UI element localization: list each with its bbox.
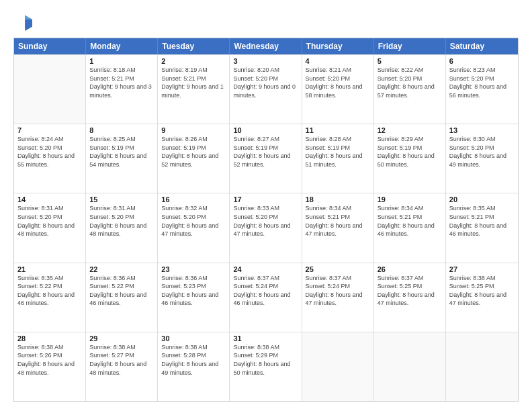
cell-info: Sunrise: 8:38 AM Sunset: 5:26 PM Dayligh… [17, 343, 82, 377]
calendar-cell: 22Sunrise: 8:36 AM Sunset: 5:22 PM Dayli… [86, 263, 158, 332]
calendar-cell: 23Sunrise: 8:36 AM Sunset: 5:23 PM Dayli… [158, 263, 230, 332]
cell-info: Sunrise: 8:33 AM Sunset: 5:20 PM Dayligh… [233, 204, 298, 238]
svg-marker-1 [25, 15, 32, 19]
cell-info: Sunrise: 8:38 AM Sunset: 5:25 PM Dayligh… [449, 274, 515, 308]
day-number: 16 [161, 195, 226, 203]
day-number: 29 [89, 334, 154, 342]
calendar-row-0: 1Sunrise: 8:18 AM Sunset: 5:21 PM Daylig… [14, 54, 518, 124]
cell-info: Sunrise: 8:36 AM Sunset: 5:22 PM Dayligh… [89, 274, 154, 308]
calendar-cell [374, 332, 446, 401]
cell-info: Sunrise: 8:29 AM Sunset: 5:19 PM Dayligh… [378, 135, 442, 169]
calendar-row-1: 7Sunrise: 8:24 AM Sunset: 5:20 PM Daylig… [14, 124, 518, 193]
day-number: 6 [449, 57, 515, 65]
day-number: 10 [233, 126, 298, 134]
page: SundayMondayTuesdayWednesdayThursdayFrid… [0, 0, 532, 411]
calendar-cell [14, 55, 86, 124]
calendar: SundayMondayTuesdayWednesdayThursdayFrid… [13, 38, 519, 402]
day-number: 9 [161, 126, 226, 134]
day-number: 21 [17, 265, 82, 273]
day-number: 12 [378, 126, 442, 134]
calendar-cell: 30Sunrise: 8:38 AM Sunset: 5:28 PM Dayli… [158, 332, 230, 401]
day-number: 13 [449, 126, 515, 134]
day-number: 23 [161, 265, 226, 273]
calendar-cell: 17Sunrise: 8:33 AM Sunset: 5:20 PM Dayli… [230, 193, 302, 262]
cell-info: Sunrise: 8:34 AM Sunset: 5:21 PM Dayligh… [378, 204, 442, 238]
calendar-cell: 27Sunrise: 8:38 AM Sunset: 5:25 PM Dayli… [446, 263, 518, 332]
day-number: 17 [233, 195, 298, 203]
cell-info: Sunrise: 8:36 AM Sunset: 5:23 PM Dayligh… [161, 274, 226, 308]
day-number: 2 [161, 57, 226, 65]
cell-info: Sunrise: 8:28 AM Sunset: 5:19 PM Dayligh… [306, 135, 370, 169]
logo-icon [13, 12, 32, 31]
day-number: 15 [89, 195, 154, 203]
calendar-cell: 18Sunrise: 8:34 AM Sunset: 5:21 PM Dayli… [302, 193, 374, 262]
calendar-cell: 9Sunrise: 8:26 AM Sunset: 5:19 PM Daylig… [158, 124, 230, 193]
cell-info: Sunrise: 8:37 AM Sunset: 5:24 PM Dayligh… [233, 274, 298, 308]
calendar-cell: 8Sunrise: 8:25 AM Sunset: 5:19 PM Daylig… [86, 124, 158, 193]
cell-info: Sunrise: 8:31 AM Sunset: 5:20 PM Dayligh… [89, 204, 154, 238]
day-number: 20 [449, 195, 515, 203]
header-day-sunday: Sunday [14, 38, 86, 54]
cell-info: Sunrise: 8:35 AM Sunset: 5:22 PM Dayligh… [17, 274, 82, 308]
calendar-cell: 14Sunrise: 8:31 AM Sunset: 5:20 PM Dayli… [14, 193, 86, 262]
cell-info: Sunrise: 8:37 AM Sunset: 5:24 PM Dayligh… [306, 274, 370, 308]
day-number: 26 [378, 265, 442, 273]
day-number: 7 [17, 126, 82, 134]
calendar-cell: 5Sunrise: 8:22 AM Sunset: 5:20 PM Daylig… [374, 55, 446, 124]
header-day-wednesday: Wednesday [230, 38, 302, 54]
calendar-cell [446, 332, 518, 401]
calendar-cell: 10Sunrise: 8:27 AM Sunset: 5:19 PM Dayli… [230, 124, 302, 193]
calendar-cell: 16Sunrise: 8:32 AM Sunset: 5:20 PM Dayli… [158, 193, 230, 262]
header-day-thursday: Thursday [302, 38, 374, 54]
day-number: 11 [306, 126, 370, 134]
day-number: 5 [378, 57, 442, 65]
day-number: 22 [89, 265, 154, 273]
calendar-cell: 28Sunrise: 8:38 AM Sunset: 5:26 PM Dayli… [14, 332, 86, 401]
header-day-tuesday: Tuesday [158, 38, 230, 54]
cell-info: Sunrise: 8:26 AM Sunset: 5:19 PM Dayligh… [161, 135, 226, 169]
cell-info: Sunrise: 8:23 AM Sunset: 5:20 PM Dayligh… [449, 66, 515, 99]
header-day-saturday: Saturday [446, 38, 518, 54]
calendar-cell: 20Sunrise: 8:35 AM Sunset: 5:21 PM Dayli… [446, 193, 518, 262]
calendar-cell: 26Sunrise: 8:37 AM Sunset: 5:25 PM Dayli… [374, 263, 446, 332]
calendar-row-4: 28Sunrise: 8:38 AM Sunset: 5:26 PM Dayli… [14, 332, 518, 401]
calendar-cell: 4Sunrise: 8:21 AM Sunset: 5:20 PM Daylig… [302, 55, 374, 124]
cell-info: Sunrise: 8:37 AM Sunset: 5:25 PM Dayligh… [378, 274, 442, 308]
cell-info: Sunrise: 8:25 AM Sunset: 5:19 PM Dayligh… [89, 135, 154, 169]
cell-info: Sunrise: 8:19 AM Sunset: 5:21 PM Dayligh… [161, 66, 226, 99]
header [13, 12, 519, 31]
cell-info: Sunrise: 8:20 AM Sunset: 5:20 PM Dayligh… [233, 66, 298, 99]
cell-info: Sunrise: 8:38 AM Sunset: 5:27 PM Dayligh… [89, 343, 154, 377]
cell-info: Sunrise: 8:24 AM Sunset: 5:20 PM Dayligh… [17, 135, 82, 169]
calendar-row-2: 14Sunrise: 8:31 AM Sunset: 5:20 PM Dayli… [14, 193, 518, 262]
calendar-cell: 29Sunrise: 8:38 AM Sunset: 5:27 PM Dayli… [86, 332, 158, 401]
cell-info: Sunrise: 8:27 AM Sunset: 5:19 PM Dayligh… [233, 135, 298, 169]
calendar-row-3: 21Sunrise: 8:35 AM Sunset: 5:22 PM Dayli… [14, 263, 518, 332]
calendar-cell: 11Sunrise: 8:28 AM Sunset: 5:19 PM Dayli… [302, 124, 374, 193]
day-number: 30 [161, 334, 226, 342]
calendar-cell: 15Sunrise: 8:31 AM Sunset: 5:20 PM Dayli… [86, 193, 158, 262]
calendar-cell: 13Sunrise: 8:30 AM Sunset: 5:20 PM Dayli… [446, 124, 518, 193]
cell-info: Sunrise: 8:32 AM Sunset: 5:20 PM Dayligh… [161, 204, 226, 238]
day-number: 8 [89, 126, 154, 134]
day-number: 25 [306, 265, 370, 273]
calendar-cell: 25Sunrise: 8:37 AM Sunset: 5:24 PM Dayli… [302, 263, 374, 332]
calendar-cell: 1Sunrise: 8:18 AM Sunset: 5:21 PM Daylig… [86, 55, 158, 124]
cell-info: Sunrise: 8:34 AM Sunset: 5:21 PM Dayligh… [306, 204, 370, 238]
day-number: 4 [306, 57, 370, 65]
cell-info: Sunrise: 8:22 AM Sunset: 5:20 PM Dayligh… [378, 66, 442, 99]
cell-info: Sunrise: 8:38 AM Sunset: 5:29 PM Dayligh… [233, 343, 298, 377]
calendar-cell: 12Sunrise: 8:29 AM Sunset: 5:19 PM Dayli… [374, 124, 446, 193]
calendar-cell: 6Sunrise: 8:23 AM Sunset: 5:20 PM Daylig… [446, 55, 518, 124]
day-number: 24 [233, 265, 298, 273]
cell-info: Sunrise: 8:38 AM Sunset: 5:28 PM Dayligh… [161, 343, 226, 377]
day-number: 1 [89, 57, 154, 65]
calendar-header: SundayMondayTuesdayWednesdayThursdayFrid… [14, 38, 518, 54]
cell-info: Sunrise: 8:30 AM Sunset: 5:20 PM Dayligh… [449, 135, 515, 169]
day-number: 28 [17, 334, 82, 342]
cell-info: Sunrise: 8:18 AM Sunset: 5:21 PM Dayligh… [89, 66, 154, 99]
calendar-cell [302, 332, 374, 401]
header-day-friday: Friday [374, 38, 446, 54]
day-number: 31 [233, 334, 298, 342]
day-number: 18 [306, 195, 370, 203]
